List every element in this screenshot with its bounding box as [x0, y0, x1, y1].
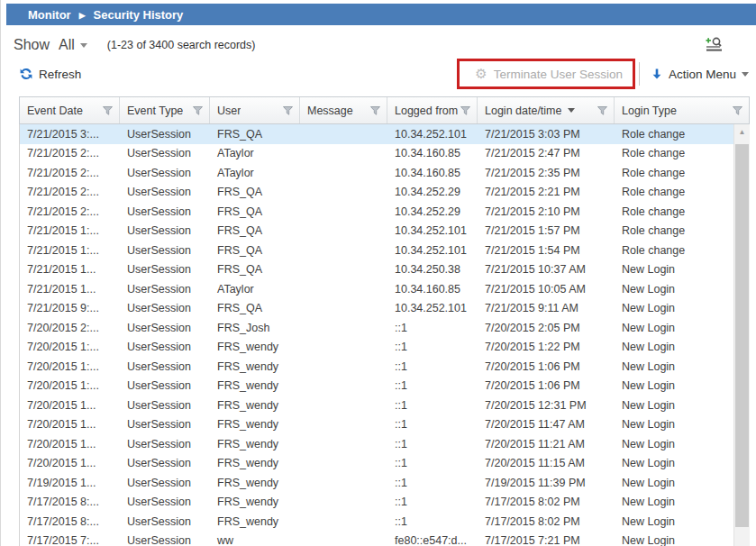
cell-login_type: New Login [615, 399, 733, 412]
filter-icon[interactable] [597, 106, 607, 115]
cell-login_type: New Login [615, 418, 733, 431]
cell-event_date: 7/20/2015 1:... [20, 360, 120, 373]
table-row[interactable]: 7/17/2015 8:...UserSessionFRS_wendy::17/… [20, 512, 733, 532]
table-row[interactable]: 7/21/2015 1:...UserSessionFRS_QA10.34.25… [20, 241, 733, 260]
cell-event_date: 7/20/2015 1... [20, 399, 120, 412]
cell-login_type: New Login [615, 283, 733, 296]
table-row[interactable]: 7/21/2015 2:...UserSessionATaylor10.34.1… [20, 144, 733, 164]
cell-event_type: UserSession [120, 167, 210, 179]
column-header-login_type[interactable]: Login Type [615, 97, 749, 123]
cell-logged_from: 10.34.252.101 [387, 128, 478, 141]
column-header-label: Event Date [27, 105, 83, 117]
show-label: Show [14, 37, 50, 53]
cell-event_type: UserSession [120, 379, 210, 392]
column-header-login_date_time[interactable]: Login date/time [478, 97, 615, 123]
terminate-user-session-button[interactable]: ⚙ Terminate User Session [471, 66, 626, 82]
table-row[interactable]: 7/21/2015 2:...UserSessionFRS_QA10.34.25… [20, 183, 733, 203]
filter-icon[interactable] [103, 106, 113, 115]
column-header-user[interactable]: User [210, 97, 300, 123]
cell-logged_from: ::1 [387, 515, 478, 528]
filter-icon[interactable] [733, 106, 742, 115]
cell-event_type: UserSession [120, 438, 210, 450]
table-row[interactable]: 7/21/2015 1...UserSessionFRS_QA10.34.250… [20, 260, 733, 280]
filter-icon[interactable] [370, 106, 380, 115]
cell-event_date: 7/20/2015 1... [20, 457, 120, 469]
column-header-event_type[interactable]: Event Type [120, 97, 210, 123]
column-header-event_date[interactable]: Event Date [20, 97, 120, 123]
table-row[interactable]: 7/21/2015 2:...UserSessionFRS_QA10.34.25… [20, 202, 733, 222]
cell-event_type: UserSession [120, 244, 210, 257]
cell-event_type: UserSession [120, 457, 210, 469]
table-row[interactable]: 7/20/2015 2:...UserSessionFRS_Josh::17/2… [20, 318, 733, 338]
cell-event_type: UserSession [120, 341, 210, 353]
show-dropdown[interactable]: All [59, 37, 87, 53]
cell-login_type: Role change [615, 167, 733, 179]
scrollbar-thumb[interactable] [735, 144, 749, 527]
table-row[interactable]: 7/20/2015 1:...UserSessionFRS_wendy::17/… [20, 357, 733, 377]
table-row[interactable]: 7/21/2015 2:...UserSessionATaylor10.34.1… [20, 163, 733, 183]
cell-event_date: 7/19/2015 1... [20, 477, 120, 489]
cell-event_type: UserSession [120, 186, 210, 198]
cell-login_date_time: 7/21/2015 2:10 PM [478, 205, 615, 218]
filter-icon[interactable] [460, 106, 470, 115]
cell-user: FRS_wendy [210, 418, 300, 431]
cell-logged_from: fe80::e547:d... [387, 534, 478, 546]
column-header-message[interactable]: Message [300, 97, 387, 123]
add-search-icon[interactable] [706, 37, 724, 53]
column-header-label: Login Type [622, 105, 677, 117]
cell-login_date_time: 7/20/2015 1:06 PM [478, 360, 615, 373]
filter-icon[interactable] [193, 106, 203, 115]
table-row[interactable]: 7/20/2015 1:...UserSessionFRS_wendy::17/… [20, 338, 733, 358]
cell-user: FRS_QA [210, 263, 300, 276]
cell-logged_from: 10.34.252.29 [387, 205, 478, 218]
scroll-up-button[interactable]: ▲ [734, 124, 750, 140]
cell-event_type: UserSession [120, 496, 210, 508]
vertical-scrollbar[interactable]: ▲ [733, 124, 750, 546]
cell-login_type: New Login [615, 322, 733, 334]
table-row[interactable]: 7/21/2015 1:...UserSessionFRS_QA10.34.25… [20, 222, 733, 241]
cell-user: FRS_QA [210, 302, 300, 314]
cell-logged_from: 10.34.252.101 [387, 224, 478, 237]
cell-login_date_time: 7/20/2015 2:05 PM [478, 322, 615, 334]
table-row[interactable]: 7/19/2015 1...UserSessionFRS_wendy::17/1… [20, 473, 733, 493]
cell-user: FRS_QA [210, 128, 300, 141]
cell-event_date: 7/21/2015 2:... [20, 186, 120, 198]
cell-user: FRS_QA [210, 224, 300, 237]
cell-logged_from: ::1 [387, 399, 478, 412]
table-row[interactable]: 7/21/2015 9:...UserSessionFRS_QA10.34.25… [20, 299, 733, 319]
breadcrumb-section[interactable]: Monitor [28, 8, 71, 22]
cell-event_date: 7/20/2015 1:... [20, 341, 120, 353]
records-summary: (1-23 of 3400 search records) [107, 39, 256, 51]
cell-logged_from: ::1 [387, 360, 478, 373]
cell-event_date: 7/17/2015 7:... [20, 534, 120, 546]
cell-event_date: 7/20/2015 1:... [20, 379, 120, 392]
cell-event_type: UserSession [120, 224, 210, 237]
cell-event_date: 7/21/2015 2:... [20, 167, 120, 179]
filter-icon[interactable] [283, 106, 293, 115]
table-row[interactable]: 7/20/2015 1...UserSessionFRS_wendy::17/2… [20, 434, 733, 454]
action-menu-button[interactable]: Action Menu [651, 68, 749, 81]
cell-logged_from: 10.34.160.85 [387, 283, 478, 296]
column-header-logged_from[interactable]: Logged from [387, 97, 478, 123]
chevron-down-icon [742, 72, 749, 77]
table-row[interactable]: 7/20/2015 1...UserSessionFRS_wendy::17/2… [20, 396, 733, 415]
table-row[interactable]: 7/17/2015 8:...UserSessionFRS_wendy::17/… [20, 493, 733, 513]
table-row[interactable]: 7/21/2015 3:...UserSessionFRS_QA10.34.25… [20, 124, 733, 144]
table-row[interactable]: 7/20/2015 1...UserSessionFRS_wendy::17/2… [20, 454, 733, 474]
page-title: Security History [94, 8, 184, 22]
cell-login_type: New Login [615, 341, 733, 353]
toolbar: Refresh ⚙ Terminate User Session Action … [6, 58, 756, 90]
table-row[interactable]: 7/20/2015 1...UserSessionFRS_wendy::17/2… [20, 415, 733, 435]
cell-user: FRS_wendy [210, 399, 300, 412]
cell-login_type: New Login [615, 438, 733, 450]
table-row[interactable]: 7/17/2015 7:...UserSessionwwfe80::e547:d… [20, 532, 733, 546]
cell-login_date_time: 7/20/2015 12:31 PM [478, 399, 615, 412]
cell-logged_from: ::1 [387, 496, 478, 508]
table-row[interactable]: 7/21/2015 1...UserSessionATaylor10.34.16… [20, 279, 733, 299]
cell-event_type: UserSession [120, 128, 210, 141]
refresh-button[interactable]: Refresh [19, 67, 81, 81]
cell-event_date: 7/21/2015 9:... [20, 302, 120, 314]
cell-login_type: New Login [615, 360, 733, 373]
cell-login_date_time: 7/21/2015 2:47 PM [478, 147, 615, 159]
table-row[interactable]: 7/20/2015 1:...UserSessionFRS_wendy::17/… [20, 377, 733, 396]
